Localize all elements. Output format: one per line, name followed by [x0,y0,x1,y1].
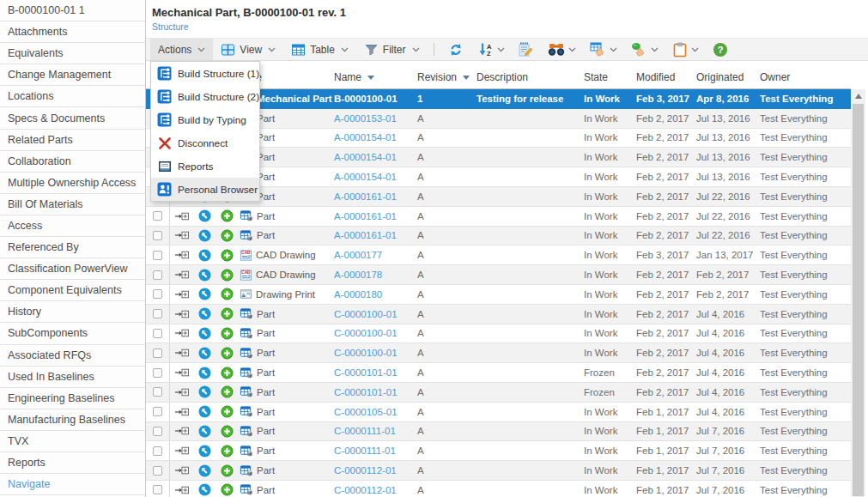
name-link[interactable]: C-0000112-01 [334,465,397,476]
menu-item[interactable]: Build Structure (1) [151,62,259,85]
actions-menu-button[interactable]: Actions [150,39,213,60]
table-row[interactable]: PartC-0000100-01AIn WorkFeb 2, 2017Jul 4… [146,343,851,363]
row-checkbox[interactable] [153,349,162,358]
row-checkbox[interactable] [153,289,162,299]
row-checkbox[interactable] [153,211,162,221]
sidebar-item[interactable]: Related Parts [0,130,145,151]
row-checkbox[interactable] [153,446,162,456]
row-checkbox[interactable] [153,309,162,318]
sidebar-item[interactable]: Manufacturing Baselines [0,409,145,431]
name-link[interactable]: B-0000100-01 [334,94,398,104]
add-child-icon[interactable] [221,249,234,262]
sidebar-item[interactable]: Attachments [0,21,145,43]
filter-menu-button[interactable]: Filter [356,39,428,60]
menu-item[interactable]: Build by Typing [151,108,259,131]
add-child-icon[interactable] [221,464,234,477]
add-child-icon[interactable] [221,483,234,496]
sidebar-item[interactable]: Multiple Ownership Access [0,173,145,194]
name-link[interactable]: C-0000111-01 [334,426,396,436]
add-child-icon[interactable] [221,209,234,222]
column-header-orig[interactable]: Originated [695,66,760,88]
sidebar-item[interactable]: Reports [0,452,145,474]
column-header-state[interactable]: State [581,66,634,88]
goto-icon[interactable] [198,327,211,340]
table-row[interactable]: PartC-0000100-01AIn WorkFeb 2, 2017Jul 4… [146,324,851,344]
refresh-button[interactable] [440,39,471,60]
sidebar-item[interactable]: Specs & Documents [0,107,145,129]
sidebar-item[interactable]: Classification PowerView [0,258,145,280]
expand-structure-icon[interactable] [174,210,189,222]
view-menu-button[interactable]: View [213,39,283,60]
assign-button[interactable] [624,39,665,60]
expand-structure-icon[interactable] [174,386,189,398]
sidebar-item[interactable]: Collaboration [0,151,145,173]
goto-icon[interactable] [198,464,211,477]
add-child-icon[interactable] [221,229,234,242]
expand-structure-icon[interactable] [174,288,189,300]
help-button[interactable]: ? [706,39,735,60]
expand-structure-icon[interactable] [174,269,189,281]
add-child-icon[interactable] [221,367,234,379]
sidebar-item[interactable]: Associated RFQs [0,345,145,367]
add-child-icon[interactable] [221,405,234,418]
row-checkbox[interactable] [153,407,162,416]
name-link[interactable]: C-0000105-01 [334,407,398,417]
name-link[interactable]: C-0000111-01 [334,445,396,456]
goto-icon[interactable] [198,425,211,438]
table-row[interactable]: PartC-0000111-01AIn WorkFeb 1, 2017Jul 7… [146,441,851,461]
table-row[interactable]: PartC-0000100-01AIn WorkFeb 2, 2017Jul 4… [146,305,851,324]
goto-icon[interactable] [198,249,211,262]
table-select-button[interactable] [583,39,624,60]
table-row[interactable]: PartC-0000105-01AIn WorkFeb 1, 2017Jul 4… [146,403,851,422]
name-link[interactable]: A-0000154-01 [334,132,397,142]
expand-structure-icon[interactable] [174,249,189,261]
structure-link[interactable]: Structure [152,21,189,32]
sidebar-item[interactable]: Locations [0,86,145,107]
name-link[interactable]: C-0000100-01 [334,328,398,338]
name-link[interactable]: C-0000101-01 [334,387,398,397]
table-row[interactable]: PartC-0000101-01AFrozenFeb 2, 2017Jul 4,… [146,383,851,403]
name-link[interactable]: C-0000100-01 [334,348,398,358]
column-header-own[interactable]: Owner [760,66,851,88]
row-checkbox[interactable] [153,387,162,397]
sidebar-item[interactable]: Bill Of Materials [0,194,145,215]
row-checkbox[interactable] [153,466,162,476]
sidebar-item[interactable]: Change Management [0,64,145,86]
column-header-name[interactable]: Name [334,66,413,88]
goto-icon[interactable] [198,288,211,300]
sidebar-item[interactable]: Referenced By [0,237,145,258]
name-link[interactable]: A-0000154-01 [334,152,397,162]
name-link[interactable]: C-0000100-01 [334,309,398,319]
name-link[interactable]: C-0000112-01 [334,485,397,495]
expand-structure-icon[interactable] [174,484,189,496]
table-row[interactable]: PartC-0000111-01AIn WorkFeb 1, 2017Jul 7… [146,422,851,442]
clipboard-button[interactable] [665,39,706,60]
goto-icon[interactable] [198,269,211,282]
row-checkbox[interactable] [153,329,162,338]
table-row[interactable]: Drawing PrintA-0000180AIn WorkFeb 2, 201… [146,285,851,305]
expand-structure-icon[interactable] [174,406,189,418]
expand-structure-icon[interactable] [174,327,189,339]
name-link[interactable]: A-0000153-01 [334,113,397,124]
sidebar-item[interactable]: Navigate [0,474,145,495]
name-link[interactable]: A-0000180 [334,289,382,300]
table-row[interactable]: PartA-0000161-01AIn WorkFeb 2, 2017Jul 2… [146,207,851,227]
goto-icon[interactable] [198,367,211,379]
table-row[interactable]: PartC-0000112-01AIn WorkFeb 1, 2017Jul 7… [146,481,851,497]
column-header-rev[interactable]: Revision [413,66,475,88]
row-checkbox[interactable] [153,231,162,240]
row-checkbox[interactable] [153,270,162,280]
name-link[interactable]: A-0000161-01 [334,211,397,221]
name-link[interactable]: A-0000161-01 [334,230,397,240]
add-child-icon[interactable] [221,425,234,438]
expand-structure-icon[interactable] [174,445,189,457]
find-button[interactable] [541,39,583,60]
add-child-icon[interactable] [221,269,234,282]
row-checkbox[interactable] [153,485,162,494]
sidebar-item[interactable]: Component Equivalents [0,280,145,301]
sidebar-item[interactable]: B-0000100-01 1 [0,0,145,21]
add-child-icon[interactable] [221,347,234,360]
expand-structure-icon[interactable] [174,229,189,241]
name-link[interactable]: A-0000178 [334,270,382,280]
sidebar-item[interactable]: Equivalents [0,43,145,64]
